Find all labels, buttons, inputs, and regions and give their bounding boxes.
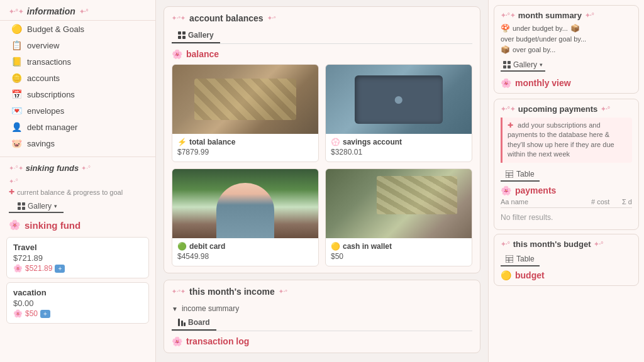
svg-rect-12	[508, 61, 511, 64]
sparkle-budget-2: ✦·°	[594, 241, 603, 248]
sinking-gallery-button[interactable]: Gallery ▾	[9, 200, 64, 213]
card-value-debit: $4549.98	[177, 252, 313, 261]
sparkle-icon-2: ✦·°	[79, 8, 89, 15]
card-name-total: ⚡ total balance	[177, 138, 313, 146]
month-summary-title: month summary	[518, 11, 582, 20]
sidebar-item-label: subscriptions	[27, 90, 75, 99]
sidebar-item-envelopes[interactable]: 💌 envelopes	[0, 102, 155, 119]
sidebar-item-debt-manager[interactable]: 👤 debt manager	[0, 119, 155, 135]
svg-rect-5	[182, 31, 186, 35]
sidebar-item-savings[interactable]: 🐷 savings	[0, 135, 155, 151]
upcoming-payments-header: ✦·°✦ upcoming payments ✦·°	[501, 104, 632, 114]
svg-rect-2	[18, 207, 21, 210]
card-savings-account: 💮 savings account $3280.01	[325, 64, 472, 162]
card-name-savings: 💮 savings account	[331, 138, 467, 146]
sinking-fund-section-title: 🌸 sinking fund	[0, 216, 155, 233]
upcoming-payments-title: upcoming payments	[518, 104, 597, 114]
chevron-down-icon: ▾	[54, 203, 57, 209]
sidebar-nav: 🟡 Budget & Goals 📋 overview 📒 transactio…	[0, 21, 155, 151]
month-summary-header: ✦·°✦ month summary ✦·°	[501, 11, 632, 20]
balance-icon: 🌸	[172, 49, 182, 59]
cash-wallet-icon: 🟡	[331, 242, 340, 251]
sidebar-item-label: overview	[27, 41, 59, 50]
legend-under-budget: 🍄 under budget by... 📦 over budget/under…	[501, 24, 632, 43]
card-image-cash	[326, 169, 472, 238]
svg-rect-8	[178, 319, 180, 326]
envelopes-icon: 💌	[11, 106, 22, 116]
right-panel: ✦·°✦ month summary ✦·° 🍄 under budget by…	[488, 0, 644, 362]
gallery-tab-icon	[178, 31, 186, 39]
savings-icon: 🐷	[11, 138, 22, 148]
payments-columns: Aa name # cost Σ d	[501, 198, 632, 208]
card-info-debit: 🟢 debit card $4549.98	[172, 238, 318, 266]
budget-table-button[interactable]: Table	[501, 253, 540, 266]
card-name-cash: 🟡 cash in wallet	[331, 242, 467, 251]
information-title: information	[27, 6, 75, 16]
total-balance-icon: ⚡	[177, 138, 187, 146]
account-balances-header: ✦·°✦ account balances ✦·°	[172, 13, 472, 23]
account-gallery-grid: ⚡ total balance $7879.99 💮 savings accou…	[172, 64, 472, 266]
sparkle-icon: ✦·°✦	[9, 8, 23, 15]
savings-account-icon: 💮	[331, 138, 340, 146]
svg-rect-1	[22, 202, 25, 206]
sidebar-item-accounts[interactable]: 🪙 accounts	[0, 70, 155, 86]
income-title: this month's income	[189, 287, 275, 297]
mushroom-icon: 🍄	[501, 24, 510, 33]
income-summary-label: income summary	[182, 304, 239, 313]
accounts-icon: 🪙	[11, 73, 22, 83]
monthly-view-title: 🌸 monthly view	[501, 78, 632, 88]
chevron-icon: ▼	[172, 305, 178, 312]
sparkle-budget-1: ✦·°	[501, 241, 510, 248]
sinking-card-sub: 🌸 $50 +	[13, 309, 142, 318]
svg-rect-7	[182, 36, 186, 39]
sidebar-item-label: savings	[27, 139, 55, 148]
col-cost-header: # cost	[575, 198, 609, 206]
account-balances-title: account balances	[189, 13, 264, 23]
svg-rect-4	[178, 31, 181, 35]
sidebar-item-subscriptions[interactable]: 📅 subscriptions	[0, 86, 155, 102]
sparkle-icon-5: ✦·°	[9, 178, 18, 185]
box-icon: 📦	[570, 24, 580, 33]
sidebar-item-label: debt manager	[27, 123, 77, 132]
sparkle-ms-1: ✦·°✦	[501, 12, 515, 19]
sinking-card-vacation: vacation $0.00 🌸 $50 +	[6, 282, 149, 324]
sidebar-item-label: accounts	[27, 74, 60, 83]
upcoming-table-button[interactable]: Table	[501, 168, 540, 182]
sinking-add-button[interactable]: +	[55, 265, 65, 273]
sidebar-item-overview[interactable]: 📋 overview	[0, 37, 155, 53]
card-info-total: ⚡ total balance $7879.99	[172, 134, 318, 162]
sparkle-income-1: ✦·°✦	[172, 288, 186, 295]
information-section-header: ✦·°✦ information ✦·°	[0, 0, 155, 21]
sinking-add-button-2[interactable]: +	[40, 310, 50, 318]
sparkle-icon-3: ✦·°✦	[9, 165, 23, 172]
card-info-savings: 💮 savings account $3280.01	[326, 134, 472, 162]
income-section: ✦·°✦ this month's income ✦·° ▼ income su…	[164, 280, 480, 353]
sparkle-icon-4: ✦·°	[81, 165, 91, 172]
svg-rect-15	[506, 170, 513, 178]
income-summary-row[interactable]: ▼ income summary	[172, 302, 472, 315]
month-gallery-button[interactable]: Gallery ▾	[501, 59, 545, 72]
col-name-header: Aa name	[501, 198, 570, 206]
board-icon	[178, 319, 186, 326]
sidebar-item-transactions[interactable]: 📒 transactions	[0, 53, 155, 70]
card-value-cash: $50	[331, 252, 467, 261]
card-image-money	[172, 65, 318, 134]
sidebar-item-budget-goals[interactable]: 🟡 Budget & Goals	[0, 21, 155, 37]
transaction-icon: 🌸	[172, 336, 182, 346]
gallery-ms-icon	[503, 61, 511, 69]
tab-gallery[interactable]: Gallery	[172, 28, 220, 43]
svg-rect-6	[178, 36, 181, 39]
sparkle-ab-2: ✦·°	[267, 15, 276, 21]
legend-over-goal: 📦 over goal by...	[501, 45, 632, 54]
sidebar-item-label: Budget & Goals	[27, 25, 84, 34]
budget-section-title: this month's budget	[513, 239, 591, 249]
table-icon	[506, 170, 513, 178]
card-debit: 🟢 debit card $4549.98	[172, 168, 319, 266]
sinking-funds-header: ✦·°✦ sinking funds ✦·°	[0, 156, 155, 175]
tab-board[interactable]: Board	[172, 315, 216, 331]
chevron-ms-icon: ▾	[540, 62, 543, 68]
budget-title: 🟡 budget	[501, 270, 632, 280]
sinking-card-travel: Travel $721.89 🌸 $521.89 +	[6, 237, 149, 278]
balance-label: 🌸 balance	[172, 49, 472, 59]
monthly-view-icon: 🌸	[501, 78, 511, 88]
